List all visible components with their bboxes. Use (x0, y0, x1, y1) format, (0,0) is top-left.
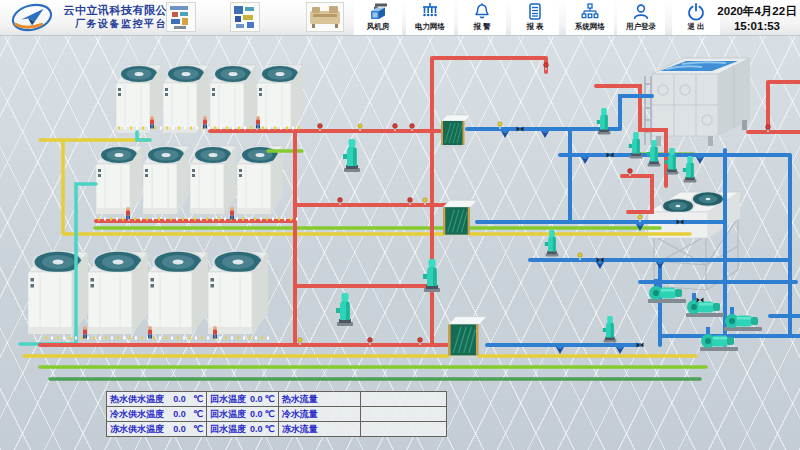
heat-pump-row-top (116, 65, 303, 133)
thumbnail-plant-1[interactable] (166, 2, 196, 32)
user-login-icon (631, 2, 651, 22)
heat-pump-row-bottom (28, 251, 268, 335)
supply-temp-value: 0.0 (173, 424, 186, 434)
water-pump[interactable] (336, 293, 353, 326)
table-row-hot-water: 热水供水温度 0.0 ℃ 回水温度 0.0 ℃ 热水流量 (107, 392, 447, 407)
nav-label: 退 出 (687, 22, 704, 32)
heat-pump-unit-large[interactable] (208, 251, 268, 335)
header-bar: 云中立讯科技有限公司 厂务设备监控平台 (0, 0, 800, 36)
flow-label: 冻水流量 (282, 424, 318, 434)
company-logo-icon (8, 2, 56, 33)
platform-name: 厂务设备监控平台 (60, 18, 182, 31)
water-pump[interactable] (343, 139, 360, 172)
supply-temp-label: 冻水供水温度 (110, 423, 164, 436)
heat-pump-row-middle (96, 146, 283, 214)
plate-heat-exchanger[interactable] (441, 115, 471, 148)
heat-pump-unit[interactable] (163, 65, 209, 133)
nav-label: 系统网络 (575, 22, 605, 32)
company-title: 云中立讯科技有限公司 厂务设备监控平台 (60, 4, 182, 30)
nav-user-login[interactable]: 用户登录 (617, 1, 665, 35)
supply-temp-value: 0.0 (173, 409, 186, 419)
supply-temp-label: 热水供水温度 (110, 393, 164, 406)
nav-label: 用户登录 (626, 22, 656, 32)
exit-icon (686, 2, 706, 22)
table-row-chilled-water: 冻水供水温度 0.0 ℃ 回水温度 0.0 ℃ 冻水流量 (107, 422, 447, 437)
return-temp-label: 回水温度 (210, 408, 246, 421)
return-temp-value: 0.0 (250, 394, 263, 404)
flow-label: 热水流量 (282, 394, 318, 404)
supply-temp-unit: ℃ (193, 394, 203, 404)
water-pump[interactable] (603, 316, 617, 342)
return-temp-unit: ℃ (265, 424, 275, 434)
nav-label: 风机房 (367, 22, 390, 32)
return-temp-label: 回水温度 (210, 423, 246, 436)
circulation-pump[interactable] (686, 293, 724, 317)
supply-temp-label: 冷水供水温度 (110, 408, 164, 421)
heat-pump-unit[interactable] (143, 146, 189, 214)
circulation-pump[interactable] (724, 307, 762, 331)
company-name: 云中立讯科技有限公司 (60, 4, 182, 18)
plant-scene (0, 36, 800, 450)
tank-ladder (645, 76, 651, 145)
nav-power-network[interactable]: 电力网络 (406, 1, 454, 35)
plant-scene-svg (0, 36, 800, 450)
power-network-icon (420, 2, 440, 22)
nav-label: 报 警 (473, 22, 490, 32)
heat-pump-unit[interactable] (210, 65, 256, 133)
flow-label: 冷水流量 (282, 409, 318, 419)
heat-pump-unit-large[interactable] (148, 251, 208, 335)
nav-alarm[interactable]: 报 警 (458, 1, 506, 35)
thumbnail-chiller[interactable] (306, 2, 344, 32)
alarm-icon (472, 2, 492, 22)
datetime-display: 2020年4月22日 15:01:53 (714, 4, 800, 34)
nav-report[interactable]: 报 表 (511, 1, 559, 35)
heat-pump-unit[interactable] (96, 146, 142, 214)
heat-pump-unit[interactable] (190, 146, 236, 214)
thumbnail-plant-2[interactable] (230, 2, 260, 32)
nav-label: 报 表 (526, 22, 543, 32)
return-temp-unit: ℃ (265, 394, 275, 404)
nav-fan-room[interactable]: 风机房 (354, 1, 402, 35)
return-temp-unit: ℃ (265, 409, 275, 419)
plant-overview-icon (167, 3, 195, 31)
chiller-photo-icon (307, 3, 343, 31)
scada-window: 云中立讯科技有限公司 厂务设备监控平台 (0, 0, 800, 450)
fan-room-icon (368, 2, 388, 22)
plant-overview-icon (231, 3, 259, 31)
return-temp-value: 0.0 (250, 409, 263, 419)
supply-temp-unit: ℃ (193, 409, 203, 419)
date-text: 2020年4月22日 (714, 4, 800, 19)
heat-pump-unit[interactable] (116, 65, 162, 133)
heat-pump-unit-large[interactable] (28, 251, 88, 335)
plate-heat-exchanger[interactable] (443, 200, 478, 237)
water-pump[interactable] (683, 156, 697, 182)
system-network-icon (580, 2, 600, 22)
plate-heat-exchanger[interactable] (448, 317, 487, 359)
nav-system-network[interactable]: 系统网络 (566, 1, 614, 35)
time-text: 15:01:53 (714, 19, 800, 34)
nav-exit[interactable]: 退 出 (672, 1, 720, 35)
return-temp-label: 回水温度 (210, 393, 246, 406)
heat-pump-unit-large[interactable] (88, 251, 148, 335)
nav-label: 电力网络 (415, 22, 445, 32)
return-temp-value: 0.0 (250, 424, 263, 434)
heat-pump-unit[interactable] (237, 146, 283, 214)
water-tank[interactable] (645, 58, 750, 146)
heat-pump-unit[interactable] (257, 65, 303, 133)
supply-temp-value: 0.0 (173, 394, 186, 404)
table-row-cold-water: 冷水供水温度 0.0 ℃ 回水温度 0.0 ℃ 冷水流量 (107, 407, 447, 422)
temperature-flow-table: 热水供水温度 0.0 ℃ 回水温度 0.0 ℃ 热水流量 冷水供水温度 0.0 … (106, 391, 447, 437)
report-icon (525, 2, 545, 22)
supply-temp-unit: ℃ (193, 424, 203, 434)
